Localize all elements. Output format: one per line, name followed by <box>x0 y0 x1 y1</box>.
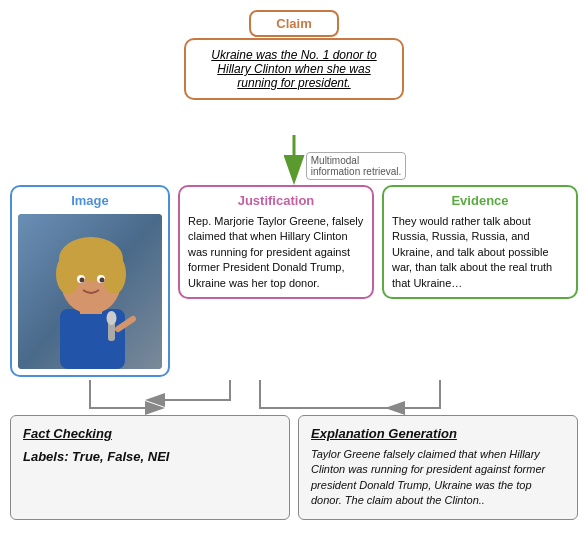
fact-check-box: Fact Checking Labels: True, False, NEI <box>10 415 290 520</box>
image-box: Image <box>10 185 170 377</box>
claim-text-box: Ukraine was the No. 1 donor to Hillary C… <box>184 38 404 100</box>
three-columns: Image <box>10 185 578 377</box>
image-placeholder <box>18 214 162 369</box>
claim-label: Claim <box>249 10 339 37</box>
fact-check-labels: Labels: True, False, NEI <box>23 449 277 464</box>
svg-point-8 <box>56 254 80 294</box>
diagram: Claim Ukraine was the No. 1 donor to Hil… <box>0 0 588 544</box>
svg-point-12 <box>80 278 85 283</box>
svg-point-15 <box>107 311 117 325</box>
evidence-text: They would rather talk about Russia, Rus… <box>392 214 568 291</box>
bottom-section: Fact Checking Labels: True, False, NEI E… <box>10 415 578 520</box>
image-title: Image <box>18 193 162 208</box>
evidence-title: Evidence <box>392 193 568 208</box>
multimodal-label: Multimodalinformation retrieval. <box>306 152 407 180</box>
justification-title: Justification <box>188 193 364 208</box>
claim-text: Ukraine was the No. 1 donor to Hillary C… <box>211 48 376 90</box>
justification-text: Rep. Marjorie Taylor Greene, falsely cla… <box>188 214 364 291</box>
svg-point-13 <box>100 278 105 283</box>
explanation-box: Explanation Generation Taylor Greene fal… <box>298 415 578 520</box>
justification-box: Justification Rep. Marjorie Taylor Green… <box>178 185 374 299</box>
multimodal-text: Multimodalinformation retrieval. <box>311 155 402 177</box>
explanation-text: Taylor Greene falsely claimed that when … <box>311 447 565 509</box>
evidence-box: Evidence They would rather talk about Ru… <box>382 185 578 299</box>
svg-point-9 <box>102 254 126 294</box>
explanation-title: Explanation Generation <box>311 426 565 441</box>
fact-check-title: Fact Checking <box>23 426 277 441</box>
claim-label-text: Claim <box>276 16 311 31</box>
